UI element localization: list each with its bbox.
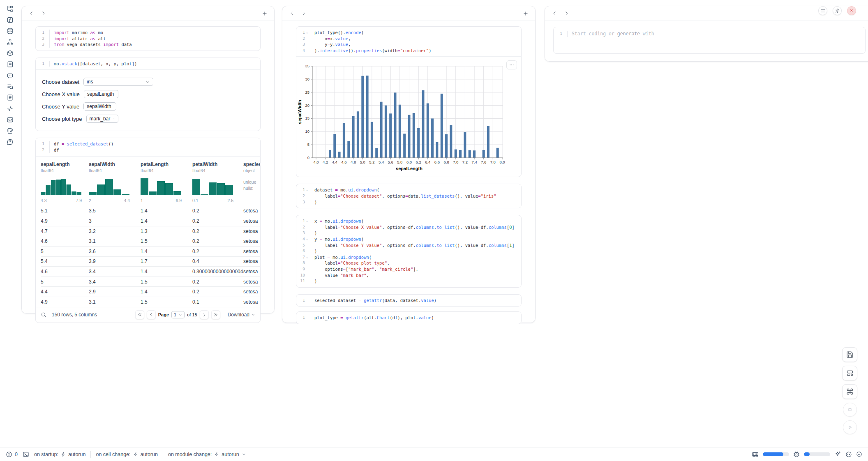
search-icon[interactable] bbox=[41, 312, 46, 318]
table-row[interactable]: 53.61.40.2setosa bbox=[41, 246, 260, 256]
code-line[interactable]: 4⌄y = mo.ui.dropdown( bbox=[296, 236, 521, 242]
table-row[interactable]: 53.41.50.2setosa bbox=[41, 277, 260, 287]
plot-type-select[interactable]: mark_bar bbox=[86, 115, 118, 123]
menu-icon[interactable] bbox=[818, 6, 827, 15]
code-editor[interactable]: 1plot_type = getattr(alt.Chart(df), plot… bbox=[296, 312, 521, 324]
code-line[interactable]: 2import altair as alt bbox=[36, 36, 260, 42]
code-editor[interactable]: 1selected_dataset = getattr(data, datase… bbox=[296, 295, 521, 307]
code-line[interactable]: 2 label="Choose dataset", options=data.l… bbox=[296, 193, 521, 199]
on-module-change-setting[interactable]: on module change: autorun bbox=[168, 452, 246, 457]
next-page-button[interactable] bbox=[200, 310, 209, 319]
code-line[interactable]: 1⌄dataset = mo.ui.dropdown( bbox=[296, 187, 521, 193]
code-editor[interactable]: 1⌄dataset = mo.ui.dropdown(2 label="Choo… bbox=[296, 184, 521, 208]
table-row[interactable]: 4.63.41.40.30000000000000004setosa bbox=[41, 266, 260, 277]
code-line[interactable]: 1selected_dataset = getattr(data, datase… bbox=[296, 297, 521, 304]
layout-button[interactable] bbox=[842, 366, 857, 380]
ai-sparkles-button[interactable] bbox=[834, 451, 841, 458]
code-line[interactable]: 3) bbox=[296, 230, 521, 236]
gear-icon[interactable] bbox=[833, 6, 842, 15]
add-column-icon[interactable] bbox=[522, 9, 530, 18]
code-line[interactable]: 2 label="Choose X value", options=df.col… bbox=[296, 224, 521, 230]
column-header[interactable]: sepalLengthfloat644.37.9 bbox=[41, 161, 89, 203]
code-line[interactable]: 7⌄plot = mo.ui.dropdown( bbox=[296, 254, 521, 260]
ai-chat-icon[interactable] bbox=[5, 72, 15, 79]
code-line[interactable]: 1import marimo as mo bbox=[36, 30, 260, 36]
chevron-left-icon[interactable] bbox=[550, 9, 559, 18]
code-line[interactable]: 1df = selected_dataset() bbox=[36, 141, 260, 147]
on-startup-setting[interactable]: on startup: autorun bbox=[34, 452, 85, 457]
dataset-select[interactable]: iris bbox=[83, 78, 153, 86]
code-line[interactable]: 2df bbox=[36, 147, 260, 153]
logs-icon[interactable] bbox=[5, 83, 15, 90]
download-button[interactable]: Download bbox=[228, 312, 255, 318]
table-row[interactable]: 4.63.11.50.2setosa bbox=[41, 236, 260, 246]
code-line[interactable]: 4).interactive().properties(width="conta… bbox=[296, 48, 521, 54]
last-page-button[interactable] bbox=[211, 310, 220, 319]
code-line[interactable]: 11) bbox=[296, 278, 521, 284]
table-row[interactable]: 5.43.91.70.4setosa bbox=[41, 256, 260, 267]
run-button[interactable] bbox=[843, 420, 857, 434]
table-row[interactable]: 4.931.40.2setosa bbox=[41, 216, 260, 226]
code-editor[interactable]: 1Start coding or generate with bbox=[554, 27, 865, 53]
datasources-icon[interactable] bbox=[5, 28, 15, 35]
chevron-left-icon[interactable] bbox=[27, 9, 35, 18]
code-line[interactable]: 10 value="mark_bar", bbox=[296, 272, 521, 279]
code-line[interactable]: 3) bbox=[296, 199, 521, 205]
stop-button[interactable] bbox=[843, 403, 857, 417]
column-header[interactable]: petalLengthfloat6416.9 bbox=[141, 161, 192, 203]
on-cell-change-setting[interactable]: on cell change: autorun bbox=[96, 452, 158, 457]
x-value-select[interactable]: sepalLength bbox=[84, 90, 118, 98]
code-line[interactable]: 9 options=["mark_bar", "mark_circle"], bbox=[296, 266, 521, 272]
functions-icon[interactable] bbox=[5, 16, 15, 23]
errors-indicator[interactable]: 0 bbox=[6, 451, 18, 458]
add-column-icon[interactable] bbox=[261, 9, 269, 18]
altair-bar-chart[interactable]: 051015202530354.04.24.44.64.85.05.25.45.… bbox=[296, 58, 521, 175]
page-select[interactable]: 1 bbox=[171, 311, 185, 318]
dependency-graph-icon[interactable] bbox=[5, 39, 15, 46]
copilot-button[interactable] bbox=[845, 451, 852, 458]
table-row[interactable]: 4.93.11.50.1setosa bbox=[41, 297, 260, 307]
code-line[interactable]: 1plot_type = getattr(alt.Chart(df), plot… bbox=[296, 315, 521, 321]
code-editor[interactable]: 1mo.vstack([dataset, x, y, plot]) bbox=[36, 58, 260, 70]
file-explorer-icon[interactable] bbox=[5, 5, 15, 12]
table-row[interactable]: 4.42.91.40.2setosa bbox=[41, 286, 260, 297]
column-header[interactable]: sepalWidthfloat6424.4 bbox=[89, 161, 141, 203]
chevron-right-icon[interactable] bbox=[300, 9, 308, 18]
code-line[interactable]: 1⌄plot_type().encode( bbox=[296, 30, 521, 36]
chart-menu-button[interactable] bbox=[506, 60, 517, 69]
code-line[interactable]: 1Start coding or generate with bbox=[554, 31, 865, 37]
snippets-icon[interactable] bbox=[5, 116, 15, 123]
connection-status-button[interactable] bbox=[856, 451, 862, 457]
code-line[interactable]: 1mo.vstack([dataset, x, y, plot]) bbox=[36, 61, 260, 67]
code-line[interactable]: 3from vega_datasets import data bbox=[36, 41, 260, 48]
column-header[interactable]: petalWidthfloat640.12.5 bbox=[192, 161, 243, 203]
code-line[interactable]: 1⌄x = mo.ui.dropdown( bbox=[296, 218, 521, 224]
table-row[interactable]: 4.73.21.30.2setosa bbox=[41, 226, 260, 236]
code-editor[interactable]: 1df = selected_dataset()2df bbox=[36, 138, 260, 156]
notebook-icon[interactable] bbox=[5, 127, 15, 134]
chevron-right-icon[interactable] bbox=[562, 9, 570, 18]
y-value-select[interactable]: sepalWidth bbox=[83, 102, 116, 111]
first-page-button[interactable] bbox=[135, 310, 144, 319]
code-line[interactable]: 6) bbox=[296, 248, 521, 254]
scratchpad-icon[interactable] bbox=[5, 61, 15, 68]
code-line[interactable]: 5 label="Choose Y value", options=df.col… bbox=[296, 242, 521, 249]
chevron-left-icon[interactable] bbox=[288, 9, 296, 18]
code-editor[interactable]: 1import marimo as mo2import altair as al… bbox=[36, 27, 260, 51]
tracing-icon[interactable] bbox=[5, 105, 15, 112]
packages-icon[interactable] bbox=[5, 50, 15, 57]
chevron-right-icon[interactable] bbox=[39, 9, 47, 18]
save-button[interactable] bbox=[842, 347, 857, 362]
code-editor[interactable]: 1⌄x = mo.ui.dropdown(2 label="Choose X v… bbox=[296, 215, 521, 287]
documentation-icon[interactable] bbox=[5, 94, 15, 101]
code-editor[interactable]: 1⌄plot_type().encode(2 x=x.value,3 y=y.v… bbox=[296, 27, 521, 56]
help-icon[interactable] bbox=[5, 138, 15, 145]
column-header[interactable]: speciesobjectuniquenulls: bbox=[243, 161, 260, 203]
code-line[interactable]: 8 label="Choose plot type", bbox=[296, 260, 521, 266]
prev-page-button[interactable] bbox=[147, 310, 156, 319]
code-line[interactable]: 2 x=x.value, bbox=[296, 36, 521, 42]
table-row[interactable]: 5.13.51.40.2setosa bbox=[41, 206, 260, 216]
close-icon[interactable] bbox=[847, 6, 856, 15]
terminal-button[interactable] bbox=[23, 451, 29, 458]
code-line[interactable]: 3 y=y.value, bbox=[296, 41, 521, 48]
